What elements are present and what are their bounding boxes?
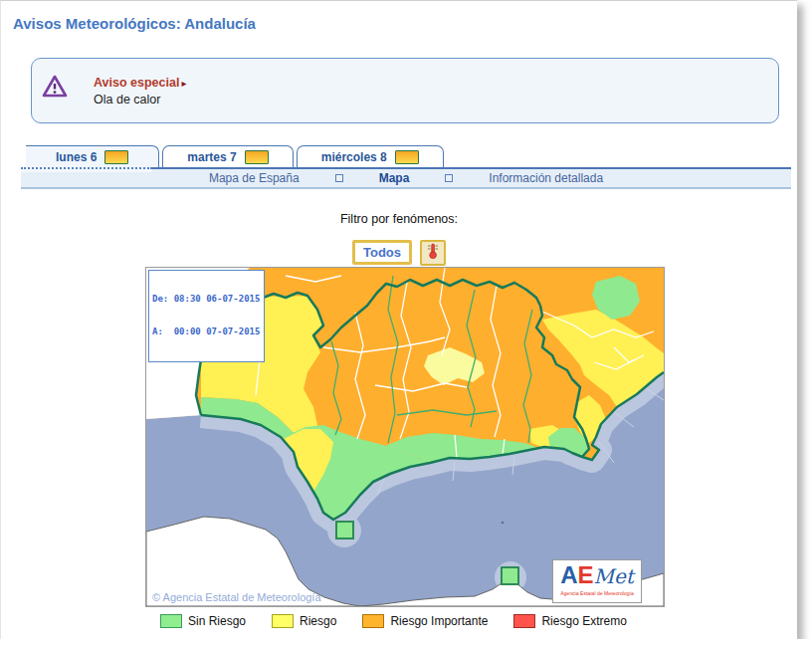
logo-subtitle: Agencia Estatal de Meteorología bbox=[560, 591, 635, 597]
red-swatch-icon bbox=[513, 614, 535, 628]
legend-label: Riesgo bbox=[300, 614, 336, 628]
logo-letter-e: E bbox=[577, 561, 593, 588]
valid-from-value: 08:30 06-07-2015 bbox=[174, 294, 261, 304]
page: Avisos Meteorológicos: Andalucía Aviso e… bbox=[0, 0, 797, 639]
tab-label: martes 7 bbox=[187, 150, 236, 164]
special-warning-box[interactable]: Aviso especial▸ Ola de calor bbox=[31, 58, 779, 123]
square-bullet-icon bbox=[445, 174, 453, 182]
todos-button[interactable]: Todos bbox=[352, 240, 412, 265]
aemet-logo: AEMet Agencia Estatal de Meteorología bbox=[552, 559, 642, 603]
square-bullet-icon bbox=[335, 174, 343, 182]
valid-to-value: 00:00 07-07-2015 bbox=[174, 326, 261, 336]
valid-from-label: De: bbox=[152, 294, 168, 304]
filter-label: Filtro por fenómenos: bbox=[1, 212, 797, 227]
yellow-swatch-icon bbox=[272, 614, 294, 628]
tab-label: miércoles 8 bbox=[321, 150, 387, 164]
page-title: Avisos Meteorológicos: Andalucía bbox=[13, 15, 797, 33]
green-swatch-icon bbox=[160, 614, 182, 628]
logo-letter-a: A bbox=[560, 561, 577, 588]
warning-triangle-icon bbox=[42, 75, 68, 99]
valid-to-label: A: bbox=[152, 326, 163, 336]
legend-item-sin-riesgo: Sin Riesgo bbox=[160, 614, 246, 628]
legend-label: Riesgo Extremo bbox=[541, 614, 626, 628]
legend-item-riesgo-importante: Riesgo Importante bbox=[362, 614, 488, 628]
legend-label: Sin Riesgo bbox=[188, 614, 246, 628]
tab-martes-7[interactable]: martes 7 bbox=[162, 145, 293, 167]
arrow-right-icon: ▸ bbox=[181, 78, 186, 89]
special-warning-description: Ola de calor bbox=[94, 93, 768, 107]
andalucia-warning-map[interactable]: De: 08:30 06-07-2015 A: 00:00 07-07-2015… bbox=[145, 267, 665, 607]
filter-buttons: Todos bbox=[1, 239, 797, 266]
special-warning-label[interactable]: Aviso especial bbox=[94, 76, 179, 90]
melilla-risk-square[interactable] bbox=[502, 567, 518, 584]
legend-label: Riesgo Importante bbox=[390, 614, 488, 628]
tab-lunes-6[interactable]: lunes 6 bbox=[26, 145, 159, 167]
nav-mapa-espana[interactable]: Mapa de España bbox=[209, 171, 300, 185]
nav-informacion-detallada[interactable]: Información detallada bbox=[489, 171, 603, 185]
ceuta-risk-square[interactable] bbox=[336, 522, 353, 539]
orange-swatch-icon bbox=[362, 614, 384, 628]
tab-risk-level-icon bbox=[395, 150, 419, 164]
thermometer-icon bbox=[424, 242, 442, 263]
tabs-row: lunes 6 martes 7 miércoles 8 bbox=[21, 144, 791, 167]
active-tab-underline bbox=[21, 167, 152, 172]
tab-risk-level-icon bbox=[104, 150, 128, 164]
risk-legend: Sin Riesgo Riesgo Riesgo Importante Ries… bbox=[160, 614, 797, 628]
nav-mapa[interactable]: Mapa bbox=[379, 171, 410, 185]
tab-label: lunes 6 bbox=[56, 150, 97, 164]
day-tabs: lunes 6 martes 7 miércoles 8 Mapa de Esp… bbox=[21, 144, 791, 189]
tab-miercoles-8[interactable]: miércoles 8 bbox=[297, 145, 444, 167]
legend-item-riesgo: Riesgo bbox=[272, 614, 336, 628]
legend-item-riesgo-extremo: Riesgo Extremo bbox=[513, 614, 626, 628]
map-copyright: © Agencia Estatal de Meteorología bbox=[152, 591, 321, 603]
tab-risk-level-icon bbox=[245, 150, 269, 164]
map-validity-box: De: 08:30 06-07-2015 A: 00:00 07-07-2015 bbox=[148, 270, 265, 362]
temperature-filter-button[interactable] bbox=[420, 240, 446, 266]
logo-met: Met bbox=[594, 564, 634, 588]
